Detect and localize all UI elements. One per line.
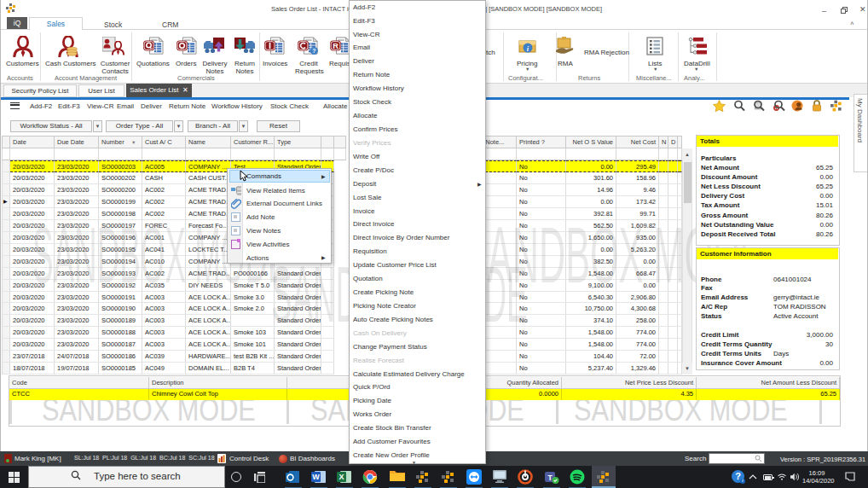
svg-text:R: R (333, 42, 339, 50)
svg-text:W: W (312, 473, 320, 481)
svg-text:T: T (547, 473, 553, 482)
svg-text:X: X (339, 473, 344, 481)
svg-text:?: ? (312, 48, 315, 54)
